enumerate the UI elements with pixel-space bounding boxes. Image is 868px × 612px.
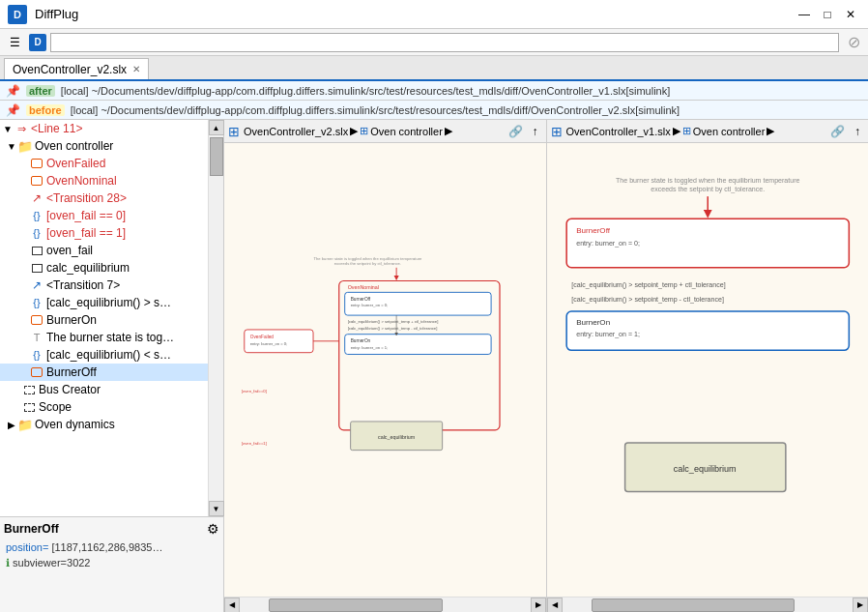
tree-item[interactable]: BurnerOn xyxy=(0,311,208,329)
before-pin-icon: 📌 xyxy=(6,103,20,117)
tree-item[interactable]: {}[oven_fail == 0] xyxy=(0,207,208,224)
right-diagram-svg: The burner state is toggled when the equ… xyxy=(547,143,869,597)
left-file-label: OvenController_v2.slx xyxy=(244,126,348,137)
after-pin-icon: 📌 xyxy=(6,84,20,98)
tree-item-label: Oven controller xyxy=(35,139,113,153)
left-scroll-right[interactable]: ▶ xyxy=(531,597,546,613)
left-link-btn[interactable]: 🔗 xyxy=(505,123,527,140)
right-up-btn[interactable]: ↑ xyxy=(851,123,864,140)
tree-item-icon: {} xyxy=(29,208,44,223)
status-gear-icon[interactable]: ⚙ xyxy=(207,521,219,537)
file-bar-before: 📌 before [local] ~/Documents/dev/diffplu… xyxy=(0,101,868,120)
svg-text:[calc_equilibrium() > setpoint: [calc_equilibrium() > setpoint_temp - ct… xyxy=(571,296,724,304)
left-diagram-file-icon: ⊞ xyxy=(228,124,240,139)
tab-label: OvenController_v2.slx xyxy=(13,63,127,76)
status-val-subviewer: subviewer=3022 xyxy=(13,557,90,568)
toolbar-app-icon: D xyxy=(29,34,46,51)
right-scroll-right[interactable]: ▶ xyxy=(853,597,868,613)
right-diagram-header: ⊞ OvenController_v1.slx ▶ ⊞ Oven control… xyxy=(547,120,869,143)
tree-item-label: oven_fail xyxy=(46,244,93,257)
tree-item[interactable]: {}[calc_equilibrium() > s… xyxy=(0,294,208,311)
left-up-btn[interactable]: ↑ xyxy=(529,123,542,140)
maximize-button[interactable]: □ xyxy=(818,5,837,24)
status-title: BurnerOff xyxy=(4,522,59,536)
tree-item-label: <Line 11> xyxy=(31,122,82,135)
tree-item-icon: 📁 xyxy=(17,417,33,432)
diagram-area: ⊞ OvenController_v2.slx ▶ ⊞ Oven control… xyxy=(224,120,868,612)
tree-item[interactable]: ▼⇒<Line 11> xyxy=(0,120,208,137)
tree-item-label: <Transition 28> xyxy=(46,191,127,205)
svg-text:OvenNominal: OvenNominal xyxy=(348,284,379,290)
search-input[interactable] xyxy=(50,33,839,52)
toolbar: ☰ D ⊘ xyxy=(0,29,868,56)
tree-item[interactable]: BurnerOff xyxy=(0,364,208,381)
title-bar: D DiffPlug — □ ✕ xyxy=(0,0,868,29)
tree-item[interactable]: TThe burner state is tog… xyxy=(0,329,208,346)
tree-item[interactable]: oven_fail xyxy=(0,242,208,259)
svg-text:[oven_fail==0]: [oven_fail==0] xyxy=(242,389,267,393)
tree-item[interactable]: {}[calc_equilibrium() < s… xyxy=(0,346,208,364)
right-scroll-thumb[interactable] xyxy=(592,598,795,612)
tree-item-icon xyxy=(29,260,44,276)
right-diagram-file-icon: ⊞ xyxy=(551,124,563,139)
right-diagram-pane: ⊞ OvenController_v1.slx ▶ ⊞ Oven control… xyxy=(547,120,869,612)
tree-item-icon xyxy=(21,382,37,397)
scroll-up-btn[interactable]: ▲ xyxy=(209,120,224,135)
close-button[interactable]: ✕ xyxy=(841,5,860,24)
scroll-down-btn[interactable]: ▼ xyxy=(209,501,224,516)
tree-scrollbar[interactable]: ▲ ▼ xyxy=(208,120,223,516)
left-diagram-breadcrumb: OvenController_v2.slx ▶ ⊞ Oven controlle… xyxy=(244,125,501,137)
menu-icon[interactable]: ☰ xyxy=(4,32,25,53)
left-scroll-left[interactable]: ◀ xyxy=(224,597,240,613)
svg-text:entry: burner_on = 1;: entry: burner_on = 1; xyxy=(576,331,640,338)
tree-expand-icon[interactable]: ▼ xyxy=(6,141,17,152)
after-path: [local] ~/Documents/dev/diffplug-app/com… xyxy=(61,85,670,97)
svg-text:entry: burner_on = 1;: entry: burner_on = 1; xyxy=(351,345,389,350)
scroll-track xyxy=(209,135,223,501)
left-diagram-pane: ⊞ OvenController_v2.slx ▶ ⊞ Oven control… xyxy=(224,120,547,612)
stop-button[interactable]: ⊘ xyxy=(843,32,864,53)
tree-item[interactable]: ▼📁Oven controller xyxy=(0,137,208,155)
tree-item[interactable]: ▶📁Oven dynamics xyxy=(0,416,208,433)
svg-text:BurnerOff: BurnerOff xyxy=(576,226,611,235)
left-scroll-thumb[interactable] xyxy=(269,598,443,612)
tab-oven-controller[interactable]: OvenController_v2.slx ✕ xyxy=(4,58,149,79)
tree-item[interactable]: ↗<Transition 7> xyxy=(0,277,208,294)
tree-item[interactable]: OvenNominal xyxy=(0,172,208,189)
app-icon-letter: D xyxy=(14,9,21,20)
left-scroll-track xyxy=(240,597,531,612)
tree-item-label: BurnerOff xyxy=(46,365,97,379)
tree-item[interactable]: OvenFailed xyxy=(0,155,208,172)
right-breadcrumb-arrow: ▶ xyxy=(767,125,774,137)
left-panel: ▼⇒<Line 11>▼📁Oven controller OvenFailed … xyxy=(0,120,224,612)
right-arrow-icon: ▶ xyxy=(673,125,680,137)
tree-item[interactable]: calc_equilibrium xyxy=(0,259,208,277)
left-arrow-icon: ▶ xyxy=(350,125,358,137)
svg-text:[calc_equilibrium() > setpoint: [calc_equilibrium() > setpoint_temp + ct… xyxy=(571,281,725,289)
tree-item-icon xyxy=(29,156,44,171)
tree-item[interactable]: Scope xyxy=(0,398,208,416)
before-path: [local] ~/Documents/dev/diffplug-app/com… xyxy=(71,104,680,116)
svg-text:OvenFailed: OvenFailed xyxy=(250,335,275,339)
status-info-icon: ℹ xyxy=(6,557,13,568)
tree-expand-icon[interactable]: ▶ xyxy=(6,420,17,430)
svg-text:BurnerOn: BurnerOn xyxy=(576,318,610,327)
left-breadcrumb-label: Oven controller xyxy=(370,126,443,137)
right-link-btn[interactable]: 🔗 xyxy=(826,123,849,140)
after-label: after xyxy=(26,85,55,97)
tree-item-label: [calc_equilibrium() > s… xyxy=(46,296,171,309)
right-content: ⊞ OvenController_v2.slx ▶ ⊞ Oven control… xyxy=(224,120,868,612)
tree-item-label: [oven_fail == 1] xyxy=(46,226,126,240)
tree-item[interactable]: {}[oven_fail == 1] xyxy=(0,224,208,242)
tree-expand-icon[interactable]: ▼ xyxy=(2,124,14,134)
minimize-button[interactable]: — xyxy=(795,5,814,24)
scroll-thumb[interactable] xyxy=(210,137,223,176)
svg-text:calc_equilibrium: calc_equilibrium xyxy=(378,434,416,440)
tree-item-label: The burner state is tog… xyxy=(46,331,174,344)
svg-text:[oven_fail==1]: [oven_fail==1] xyxy=(242,441,267,446)
tree-item[interactable]: ↗<Transition 28> xyxy=(0,189,208,207)
left-breadcrumb-arrow: ▶ xyxy=(445,125,452,137)
right-scroll-left[interactable]: ◀ xyxy=(547,597,563,613)
tree-item[interactable]: Bus Creator xyxy=(0,381,208,398)
tab-close-icon[interactable]: ✕ xyxy=(132,64,140,74)
